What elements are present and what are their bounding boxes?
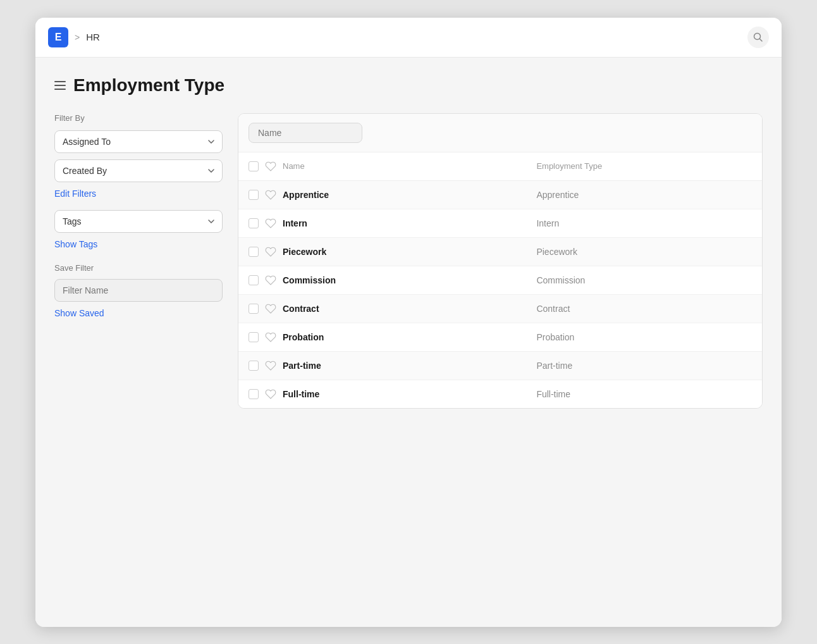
tags-select[interactable]: Tags [54,210,223,233]
row-name-cell: Part-time [238,351,526,380]
search-button[interactable] [747,27,769,48]
table-row: Full-time Full-time [238,380,762,408]
col-employment-type-label: Employment Type [536,161,602,171]
show-saved-link[interactable]: Show Saved [54,308,223,318]
heart-icon[interactable] [265,189,276,201]
employment-type-table: Name Employment Type [238,152,762,408]
row-employment-type: Part-time [526,351,762,380]
filter-by-label: Filter By [54,113,223,123]
svg-line-1 [760,39,763,41]
row-name-cell: Intern [238,209,526,237]
heart-icon[interactable] [265,246,276,257]
table-row: Contract Contract [238,294,762,323]
row-name-cell: Contract [238,294,526,323]
row-employment-type: Intern [526,209,762,237]
table-row: Probation Probation [238,323,762,351]
content-layout: Filter By Assigned To Created By Edit Fi… [54,113,763,409]
app-icon: E [48,27,68,47]
row-name-cell: Probation [238,323,526,351]
row-checkbox[interactable] [249,247,259,257]
row-name-cell: Piecework [238,237,526,266]
edit-filters-link[interactable]: Edit Filters [54,189,223,199]
page-header: Employment Type [54,75,763,96]
breadcrumb-hr: HR [86,32,100,42]
row-name: Probation [283,332,324,342]
row-employment-type: Commission [526,266,762,294]
table-body: Apprentice Apprentice Intern Intern [238,180,762,408]
show-tags-link[interactable]: Show Tags [54,239,223,249]
menu-icon[interactable] [54,81,66,90]
table-header-row: Name Employment Type [238,152,762,181]
row-checkbox[interactable] [249,190,259,200]
main-content: Employment Type Filter By Assigned To Cr… [35,58,782,627]
assigned-to-select[interactable]: Assigned To [54,130,223,153]
heart-icon[interactable] [265,388,276,400]
page-title: Employment Type [73,75,224,96]
row-name: Part-time [283,361,321,371]
table-row: Piecework Piecework [238,237,762,266]
row-name-cell: Apprentice [238,180,526,209]
breadcrumb-separator: > [75,32,80,42]
row-checkbox[interactable] [249,218,259,228]
heart-icon-header [265,161,276,172]
row-checkbox[interactable] [249,361,259,371]
topbar-left: E > HR [48,27,100,47]
select-all-checkbox[interactable] [249,161,259,171]
heart-icon[interactable] [265,303,276,314]
table-row: Intern Intern [238,209,762,237]
row-name: Commission [283,275,336,285]
col-header-name: Name [238,152,526,181]
row-checkbox[interactable] [249,332,259,342]
created-by-select[interactable]: Created By [54,159,223,182]
row-employment-type: Full-time [526,380,762,408]
heart-icon[interactable] [265,331,276,343]
row-name: Full-time [283,389,319,399]
row-employment-type: Contract [526,294,762,323]
col-header-employment-type: Employment Type [526,152,762,181]
col-name-label: Name [283,161,305,171]
save-filter-label: Save Filter [54,263,223,273]
table-area: Name Employment Type [238,113,763,409]
heart-icon[interactable] [265,218,276,229]
row-name: Piecework [283,247,326,257]
row-checkbox[interactable] [249,389,259,399]
app-window: E > HR Employment Type Filter By [35,18,782,627]
search-input[interactable] [249,123,362,143]
table-row: Commission Commission [238,266,762,294]
row-employment-type: Probation [526,323,762,351]
row-checkbox[interactable] [249,275,259,285]
row-checkbox[interactable] [249,304,259,314]
search-icon [753,32,763,42]
table-row: Apprentice Apprentice [238,180,762,209]
row-name: Contract [283,304,319,314]
row-name-cell: Commission [238,266,526,294]
search-bar-row [238,114,762,152]
filter-name-input[interactable] [54,279,223,302]
topbar: E > HR [35,18,782,58]
row-employment-type: Apprentice [526,180,762,209]
row-name: Intern [283,218,307,228]
table-row: Part-time Part-time [238,351,762,380]
row-name-cell: Full-time [238,380,526,408]
row-name: Apprentice [283,190,329,200]
heart-icon[interactable] [265,275,276,286]
heart-icon[interactable] [265,360,276,371]
row-employment-type: Piecework [526,237,762,266]
filter-sidebar: Filter By Assigned To Created By Edit Fi… [54,113,238,409]
